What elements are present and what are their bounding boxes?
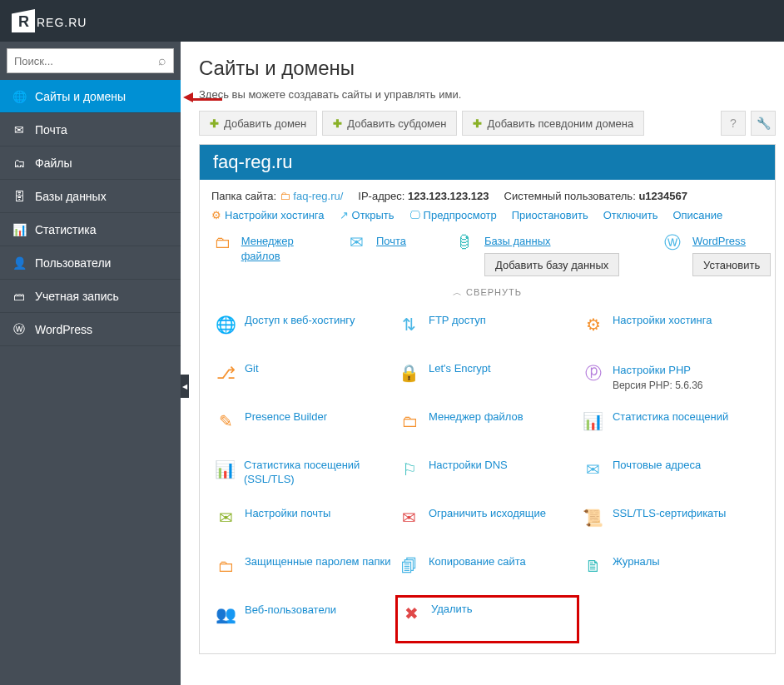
mail-icon: ✉ xyxy=(345,233,368,251)
add-alias-button[interactable]: ✚Добавить псевдоним домена xyxy=(462,111,644,136)
dns-icon: ⚐ xyxy=(399,459,420,480)
add-subdomain-button[interactable]: ✚Добавить субдомен xyxy=(322,111,457,136)
tool-logs[interactable]: 🗎Журналы xyxy=(579,547,763,595)
wordpress-link[interactable]: WordPress xyxy=(692,235,746,247)
log-icon: 🗎 xyxy=(583,555,604,577)
database-icon: 🛢 xyxy=(453,233,476,251)
sidebar-item-label: Базы данных xyxy=(35,190,107,203)
tool-mail-addresses[interactable]: ✉Почтовые адреса xyxy=(579,450,763,499)
tool-ssl-certificates[interactable]: 📜SSL/TLS-сертификаты xyxy=(579,499,763,547)
install-wordpress-button[interactable]: Установить xyxy=(692,253,771,276)
sidebar-item-sites[interactable]: 🌐 Сайты и домены xyxy=(0,80,181,113)
sidebar-item-label: Статистика xyxy=(35,223,97,236)
sidebar-item-label: WordPress xyxy=(35,323,92,336)
card-icon: 🗃 xyxy=(12,290,27,303)
topbar: REG.RU xyxy=(0,0,784,42)
tool-web-users[interactable]: 👥Веб-пользователи xyxy=(211,595,395,643)
help-button[interactable]: ? xyxy=(721,111,746,136)
users-icon: 👥 xyxy=(215,603,236,625)
search-input[interactable] xyxy=(14,55,158,67)
tool-dns-settings[interactable]: ⚐Настройки DNS xyxy=(395,450,579,499)
sysuser-value: u1234567 xyxy=(638,190,687,202)
tool-git[interactable]: ⎇Git xyxy=(211,354,395,402)
tool-file-manager[interactable]: 🗀Менеджер файлов xyxy=(395,402,579,450)
wordpress-icon: ⓦ xyxy=(661,233,684,251)
sidebar-item-mail[interactable]: ✉ Почта xyxy=(0,113,181,146)
tool-visit-stats-ssl[interactable]: 📊Статистика посещений (SSL/TLS) xyxy=(211,450,395,499)
sidebar-item-label: Файлы xyxy=(35,156,72,170)
search-box[interactable]: ⌕ xyxy=(7,48,174,73)
wordpress-block: ⓦ WordPress Установить xyxy=(661,233,784,276)
pointer-arrow-icon xyxy=(186,90,222,103)
mail-icon: ✉ xyxy=(12,123,27,137)
site-folder-link[interactable]: faq-reg.ru/ xyxy=(293,190,343,202)
globe-icon: 🌐 xyxy=(12,90,27,103)
disable-link[interactable]: Отключить xyxy=(603,209,658,221)
mail-gear-icon: ✉ xyxy=(215,507,236,529)
folder-icon: 🗂 xyxy=(12,156,27,170)
collapse-toggle[interactable]: ︿ СВЕРНУТЬ xyxy=(211,280,763,305)
sidebar-item-account[interactable]: 🗃 Учетная запись xyxy=(0,280,181,313)
globe-icon: 🌐 xyxy=(215,314,236,335)
tool-php-settings[interactable]: ⓟНастройки PHPВерсия PHP: 5.6.36 xyxy=(579,354,763,402)
sidebar-item-users[interactable]: 👤 Пользователи xyxy=(0,246,181,280)
domain-card: faq-reg.ru Папка сайта: 🗀 faq-reg.ru/ IP… xyxy=(199,144,776,654)
hosting-settings-link[interactable]: ⚙Настройки хостинга xyxy=(211,209,325,221)
tool-ftp-access[interactable]: ⇅FTP доступ xyxy=(395,305,579,354)
domain-meta: Папка сайта: 🗀 faq-reg.ru/ IP-адрес: 123… xyxy=(211,190,763,202)
preview-link[interactable]: 🖵Предпросмотр xyxy=(409,209,497,221)
tool-lets-encrypt[interactable]: 🔒Let's Encrypt xyxy=(395,354,579,402)
sidebar-item-stats[interactable]: 📊 Статистика xyxy=(0,213,181,246)
domain-name: faq-reg.ru xyxy=(213,151,292,173)
tool-password-protected[interactable]: 🗀Защищенные паролем папки xyxy=(211,547,395,595)
sidebar-item-wordpress[interactable]: ⓦ WordPress xyxy=(0,313,181,346)
plus-icon: ✚ xyxy=(210,117,219,130)
php-icon: ⓟ xyxy=(583,362,604,384)
suspend-link[interactable]: Приостановить xyxy=(512,209,588,221)
tool-visit-stats[interactable]: 📊Статистика посещений xyxy=(579,402,763,450)
stats-icon: 📊 xyxy=(12,223,27,236)
tool-mail-settings[interactable]: ✉Настройки почты xyxy=(211,499,395,547)
plus-icon: ✚ xyxy=(473,117,482,130)
add-domain-button[interactable]: ✚Добавить домен xyxy=(199,111,317,136)
description-link[interactable]: Описание xyxy=(672,209,722,221)
sidebar-item-label: Сайты и домены xyxy=(35,90,126,103)
folder-icon: 🗀 xyxy=(399,410,420,432)
mail-link[interactable]: Почта xyxy=(376,235,406,247)
filemanager-link[interactable]: Менеджер файлов xyxy=(241,235,294,262)
logo[interactable]: REG.RU xyxy=(12,9,87,32)
sidebar-item-databases[interactable]: 🗄 Базы данных xyxy=(0,180,181,213)
tool-copy-site[interactable]: 🗐Копирование сайта xyxy=(395,547,579,595)
tool-limit-outgoing[interactable]: ✉Ограничить исходящие xyxy=(395,499,579,547)
ftp-icon: ⇅ xyxy=(399,314,420,335)
chart-lock-icon: 📊 xyxy=(215,459,236,480)
preview-icon: 🖵 xyxy=(409,209,420,221)
tool-delete[interactable]: ✖Удалить xyxy=(395,595,579,643)
logo-icon xyxy=(12,9,35,32)
database-link[interactable]: Базы данных xyxy=(484,235,551,247)
tool-hosting-settings[interactable]: ⚙Настройки хостинга xyxy=(579,305,763,354)
add-database-button[interactable]: Добавить базу данных xyxy=(484,253,619,276)
tool-web-hosting-access[interactable]: 🌐Доступ к веб-хостингу xyxy=(211,305,395,354)
sidebar-item-label: Учетная запись xyxy=(35,290,119,303)
open-link[interactable]: ↗Открыть xyxy=(340,209,394,221)
pencil-icon: ✎ xyxy=(215,410,236,432)
settings-icon: ⚙ xyxy=(583,314,604,335)
tool-presence-builder[interactable]: ✎Presence Builder xyxy=(211,402,395,450)
mail-block-icon: ✉ xyxy=(399,507,420,529)
git-icon: ⎇ xyxy=(215,362,236,384)
ip-value: 123.123.123.123 xyxy=(408,190,489,202)
domain-actions: ⚙Настройки хостинга ↗Открыть 🖵Предпросмо… xyxy=(211,209,763,221)
database-block: 🛢 Базы данных Добавить базу данных xyxy=(453,233,644,276)
grid-empty xyxy=(579,595,763,643)
php-version: Версия PHP: 5.6.36 xyxy=(613,380,703,391)
sidebar-item-files[interactable]: 🗂 Файлы xyxy=(0,146,181,180)
sidebar-collapse-handle[interactable] xyxy=(181,375,189,398)
folder-icon: 🗀 xyxy=(280,190,290,202)
settings-icon: ⚙ xyxy=(211,209,221,221)
mail-block[interactable]: ✉ Почта xyxy=(345,233,436,276)
search-icon[interactable]: ⌕ xyxy=(158,53,166,68)
filemanager-block[interactable]: 🗀 Менеджер файлов xyxy=(211,233,328,276)
chart-icon: 📊 xyxy=(583,410,604,432)
tools-button[interactable]: 🔧 xyxy=(751,111,776,136)
